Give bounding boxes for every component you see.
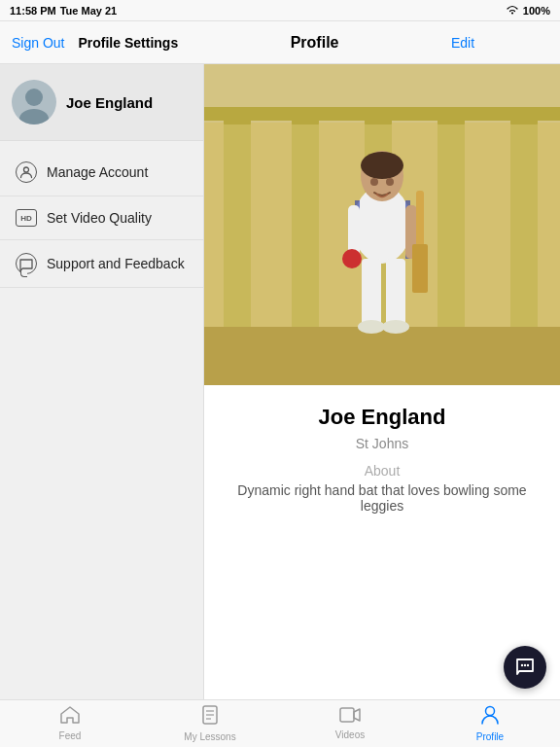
nav-left-group: Sign Out Profile Settings — [12, 35, 178, 51]
tab-bar: Feed My Lessons Videos — [0, 699, 560, 747]
sidebar-item-support-feedback[interactable]: Support and Feedback — [0, 240, 203, 288]
svg-point-31 — [358, 320, 385, 334]
manage-account-label: Manage Account — [47, 164, 148, 180]
svg-rect-18 — [204, 327, 560, 385]
profile-about-text: Dynamic right hand bat that loves bowlin… — [220, 482, 544, 514]
set-video-quality-label: Set Video Quality — [47, 210, 152, 226]
chat-fab-button[interactable] — [504, 646, 546, 689]
sidebar-user-name: Joe England — [66, 94, 153, 111]
profile-hero-image — [204, 64, 560, 385]
svg-rect-29 — [362, 259, 381, 327]
sign-out-button[interactable]: Sign Out — [12, 35, 64, 51]
tab-my-lessons[interactable]: My Lessons — [140, 699, 280, 747]
person-circle-icon — [16, 161, 37, 183]
support-feedback-label: Support and Feedback — [47, 256, 185, 271]
profile-content: Joe England St Johns About Dynamic right… — [204, 64, 560, 699]
svg-point-21 — [361, 152, 403, 179]
tab-videos[interactable]: Videos — [280, 701, 420, 746]
svg-rect-13 — [438, 118, 465, 332]
status-right: 100% — [506, 5, 550, 17]
house-icon — [60, 706, 80, 729]
svg-rect-27 — [412, 244, 428, 293]
tab-my-lessons-label: My Lessons — [184, 731, 235, 742]
video-icon — [339, 707, 361, 728]
svg-point-35 — [521, 664, 523, 666]
svg-rect-17 — [204, 107, 560, 121]
svg-point-0 — [511, 12, 513, 14]
battery-status: 100% — [523, 5, 550, 17]
profile-info: Joe England St Johns About Dynamic right… — [204, 385, 560, 533]
svg-rect-7 — [224, 118, 251, 332]
profile-full-name: Joe England — [220, 405, 544, 430]
svg-rect-42 — [340, 708, 354, 722]
avatar — [12, 80, 56, 124]
svg-point-28 — [342, 249, 362, 268]
sidebar-menu: Manage Account HD Set Video Quality Supp… — [0, 141, 203, 296]
svg-rect-9 — [292, 118, 319, 332]
svg-point-34 — [386, 178, 394, 186]
svg-rect-15 — [510, 118, 538, 332]
person-icon — [481, 705, 499, 729]
hd-icon: HD — [16, 209, 37, 227]
nav-title: Profile — [178, 34, 451, 52]
status-time: 11:58 PM — [10, 5, 56, 17]
edit-button[interactable]: Edit — [451, 35, 548, 51]
status-day: Tue May 21 — [60, 5, 118, 17]
tab-feed-label: Feed — [59, 730, 82, 741]
tab-profile[interactable]: Profile — [420, 699, 560, 747]
svg-point-32 — [382, 320, 409, 334]
status-bar: 11:58 PM Tue May 21 100% — [0, 0, 560, 21]
svg-point-33 — [370, 178, 378, 186]
sidebar-item-manage-account[interactable]: Manage Account — [0, 149, 203, 196]
tab-videos-label: Videos — [335, 729, 365, 740]
chat-bubble-icon — [16, 253, 37, 274]
status-left: 11:58 PM Tue May 21 — [10, 5, 117, 17]
book-icon — [201, 705, 219, 729]
profile-about-label: About — [220, 463, 544, 479]
svg-point-43 — [486, 707, 495, 716]
wifi-icon — [506, 5, 519, 17]
tab-feed[interactable]: Feed — [0, 700, 140, 747]
svg-point-37 — [527, 664, 529, 666]
sidebar-item-set-video-quality[interactable]: HD Set Video Quality — [0, 196, 203, 240]
svg-rect-30 — [386, 259, 405, 327]
profile-team: St Johns — [220, 436, 544, 451]
tab-profile-label: Profile — [476, 731, 504, 742]
profile-settings-label[interactable]: Profile Settings — [78, 35, 178, 51]
sidebar-profile: Joe England — [0, 64, 203, 141]
nav-bar: Sign Out Profile Settings Profile Edit — [0, 21, 560, 64]
main-content: Joe England Manage Account HD Set Video … — [0, 64, 560, 699]
svg-point-4 — [24, 167, 29, 172]
svg-point-2 — [25, 89, 43, 106]
svg-point-36 — [524, 664, 526, 666]
sidebar: Joe England Manage Account HD Set Video … — [0, 64, 204, 699]
